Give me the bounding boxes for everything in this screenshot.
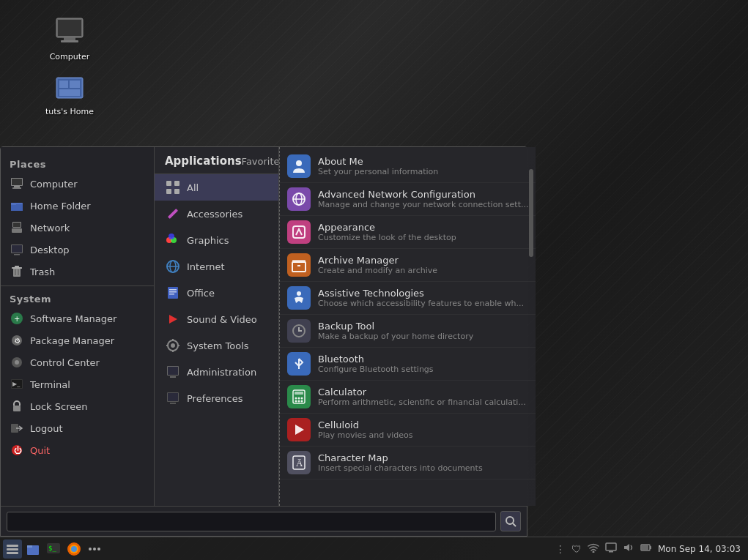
- computer-icon-img: [52, 14, 87, 49]
- app-charmap[interactable]: Ā Character Map Insert special character…: [280, 447, 536, 479]
- svg-rect-24: [15, 266, 19, 267]
- svg-rect-106: [606, 543, 616, 550]
- svg-rect-2: [64, 37, 75, 40]
- taskbar-menu-button[interactable]: [3, 540, 22, 559]
- internet-icon: [165, 258, 181, 275]
- favorites-label: Favorites: [242, 156, 279, 167]
- graphics-icon: [165, 232, 181, 248]
- sidebar-item-home[interactable]: Home Folder: [1, 195, 154, 217]
- archive-icon: [287, 253, 311, 277]
- category-administration-label: Administration: [187, 367, 256, 378]
- category-office[interactable]: Office: [155, 280, 278, 306]
- about-me-desc: Set your personal information: [318, 167, 528, 176]
- sidebar-item-control[interactable]: Control Center: [1, 351, 154, 373]
- computer-icon: [10, 176, 24, 191]
- celluloid-name: Celluloid: [318, 419, 528, 430]
- svg-point-32: [15, 360, 19, 365]
- network-icon: [10, 220, 24, 235]
- app-about-me[interactable]: About Me Set your personal information: [280, 150, 536, 183]
- sound-video-icon: [165, 311, 181, 327]
- tray-separator-icon: ⋮: [555, 543, 566, 555]
- svg-rect-10: [12, 179, 22, 185]
- lock-screen-icon: [10, 399, 24, 414]
- backup-icon: [287, 319, 311, 343]
- category-all-label: All: [187, 182, 199, 193]
- desktop: Computer tuts's Home Places: [0, 0, 748, 560]
- apps-header: Applications Favorites →: [155, 147, 278, 174]
- app-celluloid[interactable]: Celluloid Play movies and videos: [280, 414, 536, 447]
- svg-point-81: [295, 397, 297, 400]
- taskbar-firefox-button[interactable]: [64, 540, 84, 559]
- app-backup[interactable]: Backup Tool Make a backup of your home d…: [280, 315, 536, 348]
- category-internet-label: Internet: [187, 261, 225, 272]
- logout-icon: [10, 421, 24, 436]
- category-sound-video[interactable]: Sound & Video: [155, 306, 278, 332]
- sidebar-item-software[interactable]: + Software Manager: [1, 307, 154, 329]
- office-icon: [165, 285, 181, 301]
- category-preferences[interactable]: Preferences: [155, 385, 278, 411]
- app-bluetooth[interactable]: Bluetooth Configure Bluetooth settings: [280, 348, 536, 381]
- left-panel: Places Computer Home Folder: [1, 147, 155, 506]
- sidebar-item-trash[interactable]: Trash: [1, 261, 154, 283]
- favorites-link[interactable]: Favorites →: [242, 156, 279, 167]
- charmap-icon: Ā: [287, 451, 311, 474]
- bluetooth-desc: Configure Bluetooth settings: [318, 365, 528, 374]
- sidebar-item-quit-label: Quit: [30, 445, 50, 456]
- app-appearance[interactable]: Appearance Customize the look of the des…: [280, 216, 536, 249]
- search-input[interactable]: [7, 512, 496, 531]
- system-tools-icon: [165, 337, 181, 354]
- svg-point-69: [296, 160, 302, 166]
- sidebar-item-computer[interactable]: Computer: [1, 173, 154, 195]
- taskbar-more-button[interactable]: [85, 540, 104, 559]
- app-assistive[interactable]: Assistive Technologies Choose which acce…: [280, 282, 536, 315]
- svg-rect-18: [12, 228, 22, 233]
- sidebar-item-desktop[interactable]: Desktop: [1, 239, 154, 261]
- bluetooth-name: Bluetooth: [318, 354, 528, 365]
- trash-icon: [10, 264, 24, 279]
- desktop-icon-home[interactable]: tuts's Home: [40, 66, 99, 119]
- taskbar-time: Mon Sep 14, 03:03: [658, 544, 741, 554]
- app-adv-network[interactable]: Advanced Network Configuration Manage an…: [280, 183, 536, 216]
- svg-rect-20: [12, 245, 22, 253]
- category-accessories[interactable]: Accessories: [155, 201, 278, 227]
- svg-rect-53: [169, 289, 177, 291]
- taskbar-terminal-button[interactable]: $_: [44, 540, 63, 559]
- sidebar-item-terminal[interactable]: ▶_ Terminal: [1, 373, 154, 395]
- category-office-label: Office: [187, 288, 215, 299]
- appearance-info: Appearance Customize the look of the des…: [318, 222, 528, 242]
- assistive-desc: Choose which accessibility features to e…: [318, 299, 528, 308]
- archive-name: Archive Manager: [318, 255, 528, 266]
- category-administration[interactable]: Administration: [155, 359, 278, 385]
- svg-rect-6: [59, 81, 68, 88]
- sidebar-item-logout[interactable]: Logout: [1, 417, 154, 439]
- svg-rect-110: [650, 546, 651, 549]
- svg-rect-43: [166, 189, 171, 194]
- tray-display-icon: [605, 542, 617, 555]
- desktop-icon-computer[interactable]: Computer: [40, 11, 99, 64]
- taskbar-files-button[interactable]: [23, 540, 42, 559]
- terminal-taskbar-icon: $_: [46, 542, 61, 556]
- search-bar: [1, 506, 527, 536]
- app-calculator[interactable]: Calculator Perform arithmetic, scientifi…: [280, 381, 536, 414]
- sidebar-item-lock[interactable]: Lock Screen: [1, 395, 154, 417]
- bluetooth-info: Bluetooth Configure Bluetooth settings: [318, 354, 528, 374]
- scrollbar[interactable]: [528, 147, 534, 506]
- sidebar-item-desktop-label: Desktop: [30, 244, 70, 255]
- svg-rect-22: [13, 268, 21, 277]
- sidebar-item-quit[interactable]: ⏻ Quit: [1, 439, 154, 461]
- files-icon: [26, 542, 40, 556]
- app-archive[interactable]: Archive Manager Create and modify an arc…: [280, 249, 536, 282]
- category-graphics[interactable]: Graphics: [155, 227, 278, 253]
- sidebar-item-network[interactable]: Network: [1, 217, 154, 239]
- svg-text:⏻: ⏻: [14, 446, 22, 455]
- sidebar-item-package[interactable]: ⚙ Package Manager: [1, 329, 154, 351]
- svg-rect-45: [168, 209, 178, 219]
- category-internet[interactable]: Internet: [155, 253, 278, 280]
- sidebar-item-control-label: Control Center: [30, 357, 100, 368]
- category-preferences-label: Preferences: [187, 393, 242, 404]
- taskbar-left: $_: [0, 540, 104, 559]
- category-system-tools[interactable]: System Tools: [155, 332, 278, 359]
- search-button[interactable]: [500, 511, 521, 531]
- category-all[interactable]: All: [155, 174, 278, 201]
- svg-rect-80: [295, 392, 303, 395]
